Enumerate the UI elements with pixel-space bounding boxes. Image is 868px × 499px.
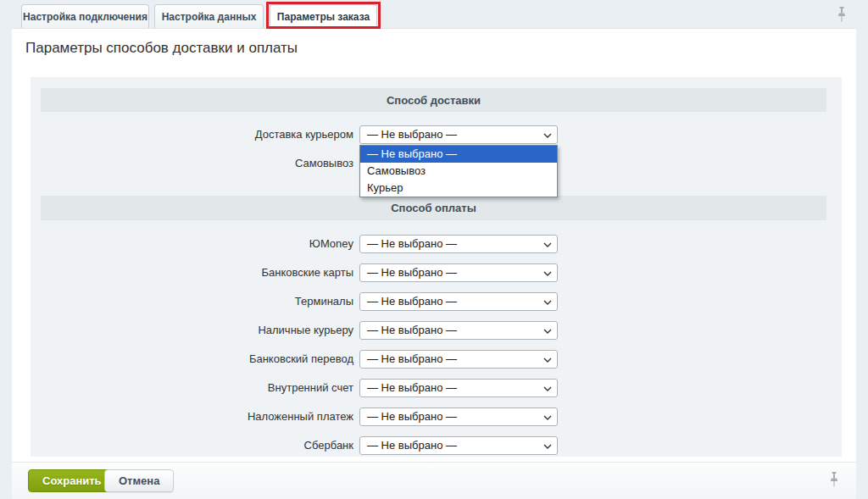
sberbank-select[interactable]: — Не выбрано —: [359, 436, 558, 455]
field-row-cash-to-courier: Наличные курьеру — Не выбрано —: [31, 321, 842, 340]
chevron-down-icon: [543, 241, 552, 249]
field-row-yoomoney: ЮMoney — Не выбрано —: [31, 235, 842, 253]
content-panel: Параметры способов доставки и оплаты Спо…: [12, 28, 856, 499]
cash-on-delivery-select[interactable]: — Не выбрано —: [359, 408, 558, 426]
select-value: — Не выбрано —: [367, 266, 457, 279]
tab-label: Настройка подключения: [23, 11, 147, 23]
section-header-label: Способ оплаты: [391, 202, 476, 214]
cancel-button[interactable]: Отмена: [104, 469, 174, 492]
field-label: Доставка курьером: [31, 125, 353, 144]
field-label: Банковский перевод: [31, 350, 353, 369]
tab-label: Параметры заказа: [277, 11, 370, 23]
chevron-down-icon: [543, 385, 552, 393]
internal-account-select[interactable]: — Не выбрано —: [359, 379, 558, 397]
tab-label: Настройка данных: [162, 11, 257, 23]
save-button[interactable]: Сохранить: [28, 469, 116, 492]
chevron-down-icon: [543, 356, 552, 364]
field-label: Наличные курьеру: [31, 321, 353, 340]
footer-action-bar: Сохранить Отмена: [12, 462, 856, 499]
chevron-down-icon: [543, 298, 552, 307]
section-header-payment: Способ оплаты: [41, 196, 826, 220]
field-label: Внутренний счет: [31, 379, 353, 397]
field-label: Наложенный платеж: [31, 408, 353, 426]
section-header-label: Способ доставки: [387, 94, 481, 107]
delivery-courier-select[interactable]: — Не выбрано —: [359, 125, 558, 144]
field-row-internal-account: Внутренний счет — Не выбрано —: [31, 379, 842, 397]
select-value: — Не выбрано —: [367, 352, 457, 365]
tab-order-parameters[interactable]: Параметры заказа: [270, 4, 377, 29]
terminals-select[interactable]: — Не выбрано —: [359, 292, 558, 311]
select-value: — Не выбрано —: [367, 439, 457, 452]
select-value: — Не выбрано —: [367, 237, 457, 250]
select-value: — Не выбрано —: [367, 410, 457, 423]
section-header-delivery: Способ доставки: [41, 88, 826, 112]
chevron-down-icon: [543, 413, 552, 422]
field-row-sberbank: Сбербанк — Не выбрано —: [31, 436, 842, 455]
pin-footer-icon[interactable]: [828, 472, 840, 487]
select-value: — Не выбрано —: [367, 381, 457, 394]
tab-data-settings[interactable]: Настройка данных: [154, 4, 264, 28]
field-label: ЮMoney: [31, 235, 353, 253]
field-row-bank-transfer: Банковский перевод — Не выбрано —: [31, 350, 842, 369]
dropdown-option-not-selected[interactable]: — Не выбрано —: [360, 146, 557, 163]
chevron-down-icon: [543, 327, 552, 335]
pin-panel-icon[interactable]: [836, 7, 848, 22]
field-label: Самовывоз: [31, 154, 353, 173]
dropdown-option-courier[interactable]: Курьер: [360, 180, 557, 197]
tab-connection-settings[interactable]: Настройка подключения: [21, 4, 149, 28]
chevron-down-icon: [543, 269, 552, 278]
field-label: Сбербанк: [31, 436, 353, 455]
delivery-courier-dropdown-list: — Не выбрано — Самовывоз Курьер: [359, 145, 558, 197]
page-title: Параметры способов доставки и оплаты: [25, 40, 298, 57]
select-value: — Не выбрано —: [367, 324, 457, 336]
field-row-cash-on-delivery: Наложенный платеж — Не выбрано —: [31, 408, 842, 426]
yoomoney-select[interactable]: — Не выбрано —: [359, 235, 558, 253]
field-row-delivery-courier: Доставка курьером — Не выбрано —: [31, 125, 842, 144]
bank-cards-select[interactable]: — Не выбрано —: [359, 263, 558, 282]
select-value: — Не выбрано —: [367, 295, 457, 308]
field-row-bank-cards: Банковские карты — Не выбрано —: [31, 263, 842, 282]
chevron-down-icon: [543, 131, 552, 140]
bank-transfer-select[interactable]: — Не выбрано —: [359, 350, 558, 369]
tab-bar: Настройка подключения Настройка данных П…: [0, 0, 868, 28]
select-value: — Не выбрано —: [367, 128, 457, 141]
field-label: Терминалы: [31, 292, 353, 311]
chevron-down-icon: [543, 442, 552, 451]
field-label: Банковские карты: [31, 263, 353, 282]
settings-area: Способ доставки Доставка курьером — Не в…: [31, 77, 842, 457]
dropdown-option-pickup[interactable]: Самовывоз: [360, 163, 557, 180]
field-row-terminals: Терминалы — Не выбрано —: [31, 292, 842, 311]
cash-to-courier-select[interactable]: — Не выбрано —: [359, 321, 558, 340]
